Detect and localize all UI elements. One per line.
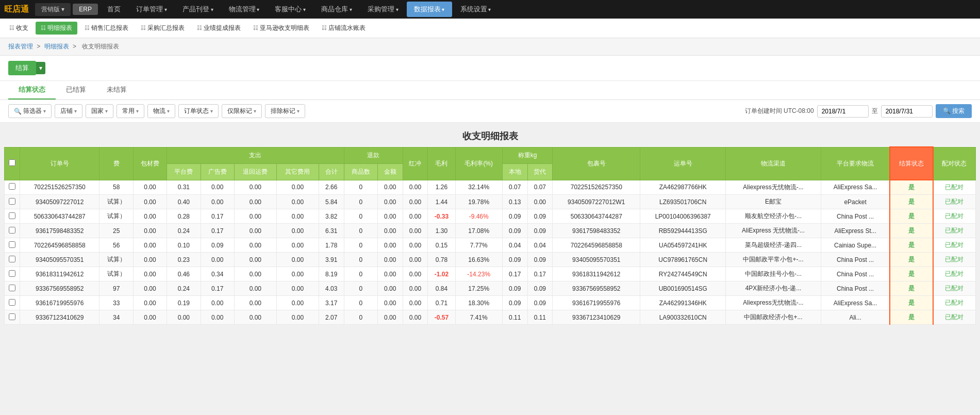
- row-settle-status: 是: [890, 296, 933, 310]
- row-select-checkbox[interactable]: [9, 212, 15, 219]
- row-tracking-no: ZA462991346HK: [640, 296, 726, 310]
- row-checkbox[interactable]: [5, 195, 20, 209]
- sub-nav-store-flow[interactable]: ☷ 店铺流水账表: [317, 22, 371, 35]
- row-select-checkbox[interactable]: [9, 256, 15, 262]
- row-select-checkbox[interactable]: [9, 313, 15, 320]
- row-platform-logistics: AliExpress Sa...: [821, 296, 890, 310]
- breadcrumb-current: 收支明细报表: [82, 43, 119, 50]
- filter-logistics-btn[interactable]: 物流: [147, 104, 175, 118]
- filter-store-btn[interactable]: 店铺: [55, 104, 82, 118]
- row-checkbox[interactable]: [5, 253, 20, 267]
- row-order-no: 93405097227012: [20, 195, 99, 209]
- row-settle-status: 是: [890, 180, 933, 195]
- nav-erp-btn[interactable]: ERP: [73, 4, 98, 15]
- sub-nav-detail[interactable]: ☷ 明细报表: [36, 22, 77, 35]
- filter-order-status-btn[interactable]: 订单状态: [178, 104, 219, 118]
- nav-order[interactable]: 订单管理: [129, 2, 174, 17]
- sub-nav-purchase-summary[interactable]: ☷ 采购汇总报表: [136, 22, 190, 35]
- sub-nav-amazon[interactable]: ☷ 亚马逊收支明细表: [248, 22, 314, 35]
- tab-unsettled[interactable]: 未结算: [96, 81, 137, 99]
- filter-country-label: 国家: [91, 107, 104, 115]
- nav-data-report[interactable]: 数据报表: [407, 2, 452, 17]
- select-all-checkbox[interactable]: [9, 159, 15, 166]
- filter-only-mark-btn[interactable]: 仅限标记: [222, 104, 262, 118]
- row-discount: 0.00: [403, 209, 428, 224]
- row-gross-margin: 17.08%: [455, 224, 502, 238]
- row-return-shipping: 0.00: [234, 224, 276, 238]
- breadcrumb-report[interactable]: 报表管理: [8, 43, 33, 50]
- row-ad-fee: 0.00: [201, 310, 234, 325]
- row-platform-logistics: China Post ...: [821, 281, 890, 296]
- filter-common-btn[interactable]: 常用: [117, 104, 144, 118]
- filter-store-label: 店铺: [60, 107, 73, 115]
- header-platform-fee: 平台费: [167, 163, 201, 180]
- row-platform-fee: 0.46: [167, 267, 201, 281]
- row-discount: 0.00: [403, 224, 428, 238]
- row-checkbox[interactable]: [5, 209, 20, 224]
- row-platform-logistics: China Post ...: [821, 267, 890, 281]
- nav-system[interactable]: 系统设置: [453, 2, 499, 17]
- row-freight-code: 0.17: [527, 267, 553, 281]
- row-logistics-channel: E邮宝: [726, 195, 821, 209]
- row-select-checkbox[interactable]: [9, 285, 15, 291]
- header-subtotal: 合计: [319, 163, 344, 180]
- row-platform-logistics: Ali...: [821, 310, 890, 325]
- nav-home[interactable]: 首页: [100, 2, 128, 17]
- row-gross-profit: 0.15: [428, 238, 455, 253]
- sub-nav-performance[interactable]: ☷ 业绩提成报表: [192, 22, 246, 35]
- row-gross-profit: 1.44: [428, 195, 455, 209]
- sub-nav-sales-summary[interactable]: ☷ 销售汇总报表: [79, 22, 134, 35]
- row-checkbox[interactable]: [5, 267, 20, 281]
- filter-exclude-mark-btn[interactable]: 排除标记: [265, 104, 305, 118]
- row-platform-fee: 0.00: [167, 310, 201, 325]
- filter-selector-btn[interactable]: 🔍 筛选器: [8, 104, 52, 118]
- row-checkbox[interactable]: [5, 310, 20, 325]
- row-checkbox[interactable]: [5, 281, 20, 296]
- row-discount: 0.00: [403, 281, 428, 296]
- nav-product[interactable]: 产品刊登: [175, 2, 221, 17]
- row-order-no: 93617598483352: [20, 224, 99, 238]
- row-local: 0.11: [502, 310, 527, 325]
- row-local: 0.09: [502, 224, 527, 238]
- row-select-checkbox[interactable]: [9, 299, 15, 306]
- detail-icon: ☷: [41, 25, 46, 31]
- settle-button[interactable]: 结算: [8, 61, 36, 75]
- row-checkbox[interactable]: [5, 224, 20, 238]
- header-match-status: 配对状态: [933, 147, 976, 180]
- header-refund-qty: 商品数: [344, 163, 377, 180]
- row-select-checkbox[interactable]: [9, 241, 15, 248]
- breadcrumb-sep1: >: [37, 43, 42, 50]
- row-refund-qty: 0: [344, 195, 377, 209]
- row-other-fee: 0.00: [276, 180, 319, 195]
- sub-nav-revenue[interactable]: ☷ 收支: [4, 22, 34, 35]
- nav-marketing-btn[interactable]: 营销版 ▾: [35, 3, 71, 16]
- row-gross-margin: 32.14%: [455, 180, 502, 195]
- row-select-checkbox[interactable]: [9, 198, 15, 205]
- date-separator: 至: [872, 107, 878, 115]
- filter-country-btn[interactable]: 国家: [86, 104, 113, 118]
- row-select-checkbox[interactable]: [9, 183, 15, 190]
- row-gross-profit: 0.78: [428, 253, 455, 267]
- row-checkbox[interactable]: [5, 238, 20, 253]
- tab-settled[interactable]: 已结算: [56, 81, 96, 99]
- row-platform-logistics: China Post ...: [821, 253, 890, 267]
- row-refund-qty: 0: [344, 267, 377, 281]
- date-to-input[interactable]: [881, 105, 933, 118]
- breadcrumb-detail[interactable]: 明细报表: [44, 43, 69, 50]
- search-button[interactable]: 🔍 搜索: [936, 104, 972, 118]
- nav-product-warehouse[interactable]: 商品仓库: [314, 2, 359, 17]
- row-select-checkbox[interactable]: [9, 227, 15, 234]
- header-checkbox[interactable]: [5, 147, 20, 180]
- date-from-input[interactable]: [817, 105, 869, 118]
- row-checkbox[interactable]: [5, 296, 20, 310]
- tab-settle-status[interactable]: 结算状态: [8, 81, 56, 99]
- row-other-fee: 0.00: [276, 195, 319, 209]
- row-platform-fee: 0.19: [167, 296, 201, 310]
- nav-purchase[interactable]: 采购管理: [360, 2, 406, 17]
- row-select-checkbox[interactable]: [9, 270, 15, 277]
- nav-logistics[interactable]: 物流管理: [222, 2, 267, 17]
- nav-customer[interactable]: 客服中心: [268, 2, 313, 17]
- row-gross-profit: -0.33: [428, 209, 455, 224]
- row-checkbox[interactable]: [5, 180, 20, 195]
- settle-dropdown-button[interactable]: ▾: [36, 62, 45, 74]
